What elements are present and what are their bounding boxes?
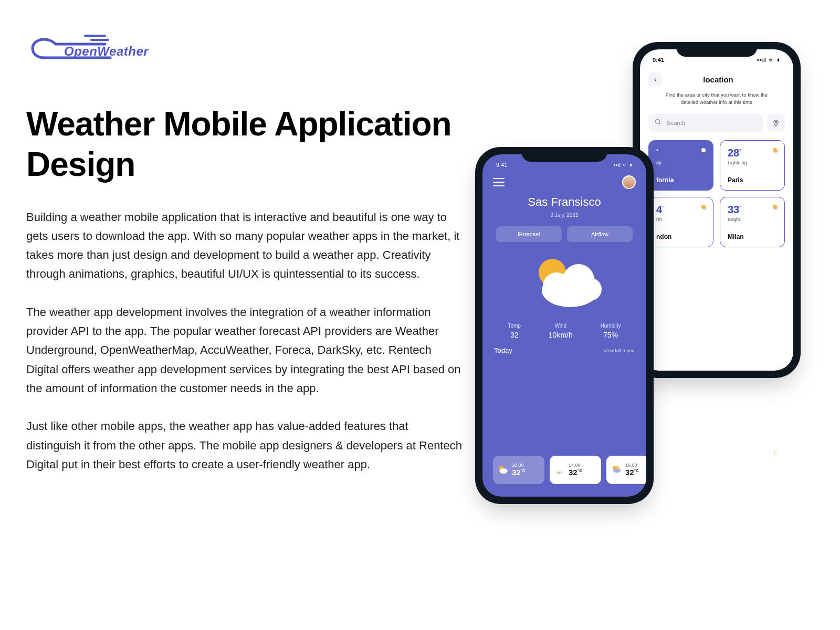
- card-city: Milan: [728, 233, 744, 240]
- menu-icon[interactable]: [493, 175, 505, 189]
- sun-icon: [701, 205, 706, 209]
- page-title: Weather Mobile Application Design: [26, 104, 467, 185]
- card-temp: 33°: [728, 204, 777, 216]
- card-condition: rm: [656, 217, 706, 222]
- screen-subtitle: Find the area or city that you want to k…: [656, 91, 777, 107]
- logo: OpenWeather: [26, 32, 467, 83]
- sun-icon: [773, 205, 777, 209]
- tab-forecast[interactable]: Forecast: [496, 226, 562, 242]
- logo-text: OpenWeather: [64, 44, 149, 59]
- card-condition: Lightning: [728, 160, 777, 165]
- hourly-card[interactable]: 14.0032°C: [550, 456, 601, 484]
- hourly-card[interactable]: 10.0032°C: [493, 456, 544, 484]
- status-time: 9:41: [496, 162, 507, 168]
- svg-line-3: [659, 123, 660, 124]
- hourly-temp: 32°C: [625, 468, 639, 477]
- today-label: Today: [494, 346, 512, 354]
- location-card[interactable]: 4°rmndon: [648, 197, 713, 247]
- card-temp: °: [656, 147, 706, 159]
- card-temp: 4°: [656, 204, 706, 216]
- sun-icon: [701, 148, 706, 152]
- hourly-weather-icon: [611, 464, 622, 476]
- stat-temp: Temp 32: [508, 323, 520, 339]
- mockup-area: 9:41 ••ıl ᯤ ▮ ‹ location Find the area o…: [507, 42, 801, 441]
- location-card[interactable]: °dyfornia: [648, 140, 713, 191]
- svg-point-2: [656, 120, 660, 124]
- hourly-time: 10.00: [512, 463, 526, 468]
- avatar[interactable]: [622, 175, 636, 189]
- screen-title: location: [652, 75, 785, 84]
- hourly-weather-icon: [497, 464, 509, 476]
- location-card[interactable]: 28°LightningParis: [720, 140, 785, 191]
- hourly-weather-icon: [554, 464, 565, 476]
- svg-point-11: [499, 468, 507, 474]
- hourly-time: 16.00: [625, 463, 639, 468]
- search-placeholder: Search: [667, 120, 685, 126]
- intro-paragraph-1: Building a weather mobile application th…: [26, 208, 462, 284]
- status-time: 9:41: [653, 57, 664, 63]
- card-city: ndon: [656, 233, 671, 240]
- intro-paragraph-3: Just like other mobile apps, the weather…: [26, 417, 462, 474]
- location-card[interactable]: 33°BrightMilan: [720, 197, 785, 247]
- hourly-time: 14.00: [569, 463, 582, 468]
- status-indicators-icon: ••ıl ᯤ ▮: [757, 57, 781, 63]
- moon-icon: ☾: [773, 449, 780, 458]
- card-condition: dy: [656, 160, 706, 165]
- status-indicators-icon: ••ıl ᯤ ▮: [614, 162, 633, 168]
- svg-point-4: [775, 121, 777, 123]
- phone-location-screen: 9:41 ••ıl ᯤ ▮ ‹ location Find the area o…: [633, 42, 801, 378]
- view-full-report-link[interactable]: View full report: [604, 348, 635, 353]
- hourly-temp: 32°C: [512, 468, 526, 477]
- city-name: Sas Fransisco: [491, 195, 638, 209]
- search-icon: [655, 119, 662, 127]
- intro-paragraph-2: The weather app development involves the…: [26, 303, 462, 398]
- card-city: Paris: [728, 176, 743, 184]
- pin-button[interactable]: [767, 114, 785, 132]
- stat-wind: Wind 10km/h: [549, 323, 573, 339]
- search-input[interactable]: Search: [648, 114, 763, 132]
- phone-weather-screen: 9:41 ••ıl ᯤ ▮ Sas Fransisco 3 July, 2021…: [475, 147, 654, 504]
- hourly-temp: 32°C: [569, 468, 582, 477]
- hourly-card[interactable]: 16.0032°C: [606, 456, 646, 484]
- svg-point-9: [579, 278, 602, 301]
- sun-icon: [773, 148, 777, 152]
- card-city: fornia: [656, 176, 674, 184]
- tab-airflow[interactable]: Airflow: [567, 226, 633, 242]
- svg-point-12: [555, 466, 563, 471]
- card-temp: 28°: [728, 147, 777, 159]
- weather-icon: [491, 251, 638, 316]
- date: 3 July, 2021: [491, 212, 638, 218]
- card-condition: Bright: [728, 217, 777, 222]
- stat-humidity: Humidity 75%: [601, 323, 621, 339]
